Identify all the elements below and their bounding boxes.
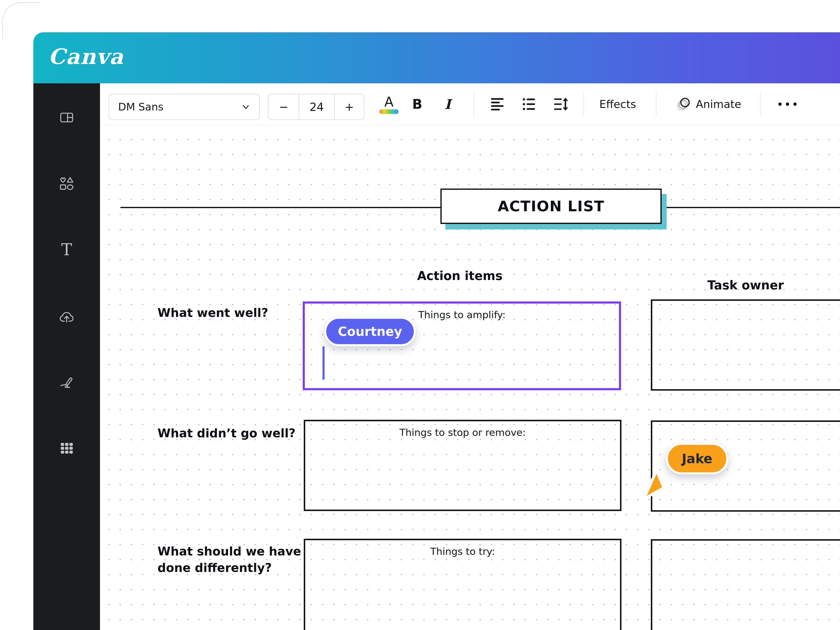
format-toolbar: DM Sans − 24 + A B I: [100, 83, 840, 125]
increase-font-button[interactable]: +: [334, 95, 364, 119]
text-color-letter: A: [384, 96, 393, 108]
more-options-icon: [786, 103, 789, 106]
background-window-corner: [2, 2, 39, 39]
toolbar-separator: [474, 92, 474, 117]
question-didnt-go-well[interactable]: What didn’t go well?: [158, 425, 295, 442]
text-align-button[interactable]: [485, 83, 510, 125]
action-box-row2[interactable]: Things to stop or remove:: [304, 420, 622, 511]
bold-button[interactable]: B: [406, 83, 429, 125]
elements-shapes-icon[interactable]: [59, 177, 74, 191]
bulleted-list-icon: [523, 98, 536, 111]
more-options-icon: [793, 103, 797, 106]
collaborator-label-jake: Jake: [666, 443, 728, 474]
align-left-icon: [491, 98, 504, 111]
board-title: ACTION LIST: [498, 198, 605, 215]
prompt-try[interactable]: Things to try:: [305, 540, 620, 557]
font-size-stepper: − 24 +: [268, 94, 365, 120]
more-options-button[interactable]: [771, 83, 804, 125]
courtney-text-cursor: [322, 346, 325, 380]
italic-button[interactable]: I: [436, 83, 459, 125]
bulleted-list-button[interactable]: [517, 83, 542, 125]
more-options-icon: [778, 103, 782, 106]
canva-logo[interactable]: Canva: [48, 44, 124, 69]
toolbar-separator: [583, 92, 584, 117]
task-owner-box-row1[interactable]: [651, 299, 840, 391]
effects-button[interactable]: Effects: [596, 83, 639, 125]
action-box-row3[interactable]: Things to try:: [304, 539, 622, 630]
question-went-well[interactable]: What went well?: [158, 305, 268, 321]
design-canvas[interactable]: ACTION LIST Action items Task owner What…: [100, 125, 840, 630]
line-spacing-button[interactable]: [548, 83, 573, 125]
toolbar-separator: [760, 92, 761, 117]
sidebar: T: [33, 83, 100, 630]
jake-cursor-pointer-icon: [641, 469, 674, 501]
canva-editor-window: Canva T: [0, 0, 840, 630]
text-icon[interactable]: T: [59, 242, 74, 257]
task-owner-box-row3[interactable]: [651, 539, 840, 630]
question-done-differently[interactable]: What should we have done differently?: [158, 543, 303, 576]
animate-icon: [676, 96, 692, 112]
title-box[interactable]: ACTION LIST: [441, 188, 662, 224]
chevron-down-icon: [241, 102, 250, 112]
animate-label: Animate: [696, 98, 741, 111]
font-size-value[interactable]: 24: [298, 95, 334, 119]
text-color-button[interactable]: A: [377, 83, 400, 125]
animate-button[interactable]: Animate: [667, 83, 750, 125]
font-family-select[interactable]: DM Sans: [109, 94, 260, 120]
toolbar-separator: [656, 92, 657, 117]
column-header-action-items[interactable]: Action items: [391, 269, 529, 283]
line-spacing-icon: [554, 98, 568, 111]
collaborator-label-courtney: Courtney: [324, 317, 416, 346]
upload-cloud-icon[interactable]: [59, 310, 74, 324]
design-panels-icon[interactable]: [59, 110, 74, 125]
prompt-stop-remove[interactable]: Things to stop or remove:: [305, 421, 620, 438]
font-family-value: DM Sans: [118, 101, 164, 113]
top-bar: Canva: [33, 32, 840, 83]
decrease-font-button[interactable]: −: [268, 95, 298, 119]
rainbow-color-bar: [379, 109, 398, 114]
apps-grid-icon[interactable]: [59, 441, 74, 455]
column-header-task-owner[interactable]: Task owner: [683, 278, 808, 292]
draw-icon[interactable]: [59, 374, 74, 389]
